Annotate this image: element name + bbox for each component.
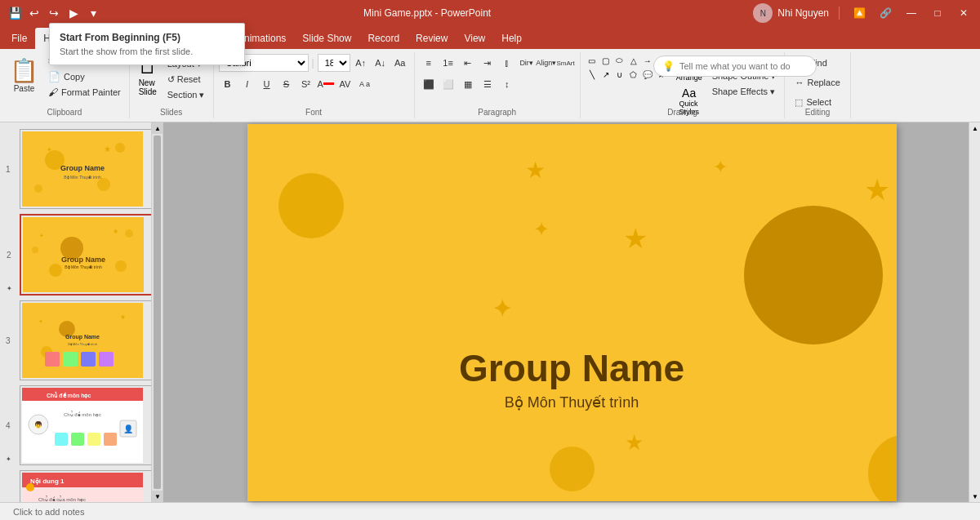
tab-help[interactable]: Help	[493, 28, 530, 49]
bullets-btn[interactable]: ≡	[420, 54, 438, 72]
italic-btn[interactable]: I	[238, 75, 256, 93]
quick-styles-icon: Aa	[682, 87, 696, 100]
text-direction-btn[interactable]: Dir▾	[518, 54, 536, 72]
font-size-select[interactable]: 18	[318, 54, 350, 72]
svg-text:Chủ đề của môn học: Chủ đề của môn học	[38, 496, 86, 502]
slide-thumb-1[interactable]: 1 Group Name Bộ Môn Thuyết trình ★ ✦	[20, 129, 159, 209]
shape-effects-button[interactable]: Shape Effects ▾	[709, 85, 780, 99]
copy-icon: 📄	[48, 71, 60, 82]
justify-btn[interactable]: ☰	[479, 75, 497, 93]
deco-circle-1	[278, 173, 344, 238]
group-name-container[interactable]: Group Name Bộ Môn Thuyết trình	[247, 346, 897, 411]
numbering-btn[interactable]: 1≡	[439, 54, 457, 72]
tab-record[interactable]: Record	[359, 28, 408, 49]
font-size2-btn[interactable]: A a	[356, 75, 374, 93]
svg-text:★: ★	[120, 313, 126, 321]
close-btn[interactable]: ✕	[954, 3, 973, 23]
align-right-btn[interactable]: ▦	[459, 75, 477, 93]
shape-triangle[interactable]: △	[627, 54, 640, 67]
select-label: Select	[806, 97, 831, 107]
slide-thumb-5[interactable]: 5 ✦ Nội dung 1 Chủ đề của môn học Nhấp đ…	[20, 470, 159, 502]
tell-me-input[interactable]	[679, 61, 808, 71]
shape-callout[interactable]: 💬	[641, 68, 654, 81]
decrease-font-btn[interactable]: A↓	[372, 54, 390, 72]
reset-button[interactable]: ↺ Reset	[164, 73, 208, 87]
slide-scroll-down[interactable]: ▼	[152, 491, 163, 502]
deco-star-2: ★	[623, 222, 648, 255]
slide-star-4: ✦	[6, 456, 11, 463]
slide-thumb-4[interactable]: 4 ✦ Chủ đề môn học 👦 👤 Chủ đề môn học	[20, 385, 159, 465]
main-area: 1 Group Name Bộ Môn Thuyết trình ★ ✦ 2 ✦	[0, 122, 980, 502]
shape-poly[interactable]: ⬠	[627, 68, 640, 81]
slide-num-2: 2	[7, 251, 11, 260]
ribbon-collapse-btn[interactable]: 🔼	[849, 3, 869, 23]
increase-font-btn[interactable]: A↑	[352, 54, 370, 72]
user-area[interactable]: N Nhi Nguyen	[753, 3, 829, 23]
shape-oval[interactable]: ⬭	[613, 54, 626, 67]
redo-icon[interactable]: ↪	[46, 5, 62, 21]
tab-slideshow[interactable]: Slide Show	[294, 28, 359, 49]
svg-text:Bộ Môn Thuyết trình: Bộ Môn Thuyết trình	[65, 264, 102, 269]
deco-cross-4: ✦	[533, 218, 550, 241]
svg-text:✦: ✦	[38, 318, 43, 324]
shadow-btn[interactable]: S²	[297, 75, 315, 93]
save-icon[interactable]: 💾	[7, 5, 23, 21]
para-row-1: ≡ 1≡ ⇤ ⇥ ⫿ Dir▾ Align▾ SmArt	[420, 54, 575, 72]
align-left-btn[interactable]: ⬛	[420, 75, 438, 93]
underline-btn[interactable]: U	[258, 75, 276, 93]
strikethrough-btn[interactable]: S	[278, 75, 296, 93]
svg-text:👦: 👦	[34, 420, 42, 429]
paste-icon: 📋	[10, 57, 38, 84]
clipboard-label: Clipboard	[47, 108, 82, 117]
quick-access-toolbar: 💾 ↩ ↪ ▶ ▾	[7, 5, 101, 21]
tab-file[interactable]: File	[3, 28, 35, 49]
slide-canvas[interactable]: ★ ★ ★ ★ ★ ✦ ✦ ✦ ✦ Group Name Bộ Môn Thuy…	[247, 124, 897, 501]
customize-icon[interactable]: ▾	[85, 5, 101, 21]
svg-text:★: ★	[113, 228, 118, 235]
shape-rect[interactable]: ▭	[586, 54, 599, 67]
slide-scroll-thumb[interactable]	[154, 136, 161, 489]
main-circle	[744, 206, 883, 344]
shape-arrow[interactable]: →	[641, 54, 654, 67]
drawing-label: Drawing	[667, 108, 697, 117]
increase-indent-btn[interactable]: ⇥	[479, 54, 497, 72]
tell-me-bar[interactable]: 💡	[653, 56, 817, 77]
shape-line2[interactable]: ↗	[599, 68, 612, 81]
paste-button[interactable]: 📋 Paste	[5, 54, 43, 96]
undo-icon[interactable]: ↩	[26, 5, 42, 21]
maximize-btn[interactable]: □	[928, 3, 947, 23]
svg-text:Nội dung 1: Nội dung 1	[30, 478, 65, 485]
slide-scroll-up[interactable]: ▲	[152, 122, 163, 134]
minimize-btn[interactable]: —	[902, 3, 921, 23]
editing-label: Editing	[805, 108, 831, 117]
slide-thumb-2[interactable]: 2 ✦ Group Name Bộ Môn Thuyết trình ★ ✦	[20, 214, 159, 296]
char-spacing-btn[interactable]: AV	[336, 75, 354, 93]
bold-btn[interactable]: B	[219, 75, 237, 93]
section-button[interactable]: Section ▾	[164, 88, 208, 102]
add-notes-bar[interactable]: Click to add notes	[0, 502, 980, 520]
columns-btn[interactable]: ⫿	[498, 54, 516, 72]
decrease-indent-btn[interactable]: ⇤	[459, 54, 477, 72]
line-spacing-btn[interactable]: ↕	[498, 75, 516, 93]
clear-format-btn[interactable]: Aa	[391, 54, 409, 72]
canvas-scroll-up[interactable]: ▲	[969, 122, 980, 134]
shape-line1[interactable]: ╲	[586, 68, 599, 81]
shape-rounded-rect[interactable]: ▢	[599, 54, 612, 67]
tab-review[interactable]: Review	[408, 28, 456, 49]
shape-curve[interactable]: ∪	[613, 68, 626, 81]
convert-smartart-btn[interactable]: SmArt	[557, 54, 575, 72]
svg-point-12	[115, 260, 127, 272]
slide-thumb-3[interactable]: 3 Group Name Bộ Môn Thuyết trình ✦ ★	[20, 300, 159, 380]
align-text-btn[interactable]: Align▾	[537, 54, 555, 72]
format-painter-button[interactable]: 🖌 Format Painter	[45, 85, 124, 100]
username: Nhi Nguyen	[777, 7, 829, 19]
window-controls: N Nhi Nguyen 🔼 🔗 — □ ✕	[753, 3, 973, 23]
present-icon[interactable]: ▶	[65, 5, 82, 21]
align-center-btn[interactable]: ⬜	[439, 75, 457, 93]
tab-view[interactable]: View	[456, 28, 493, 49]
canvas-scroll-down[interactable]: ▼	[969, 491, 980, 502]
copy-button[interactable]: 📄 Copy	[45, 69, 124, 84]
svg-text:Group Name: Group Name	[61, 256, 105, 264]
share-btn[interactable]: 🔗	[875, 3, 895, 23]
font-color-btn[interactable]: A	[317, 75, 335, 93]
